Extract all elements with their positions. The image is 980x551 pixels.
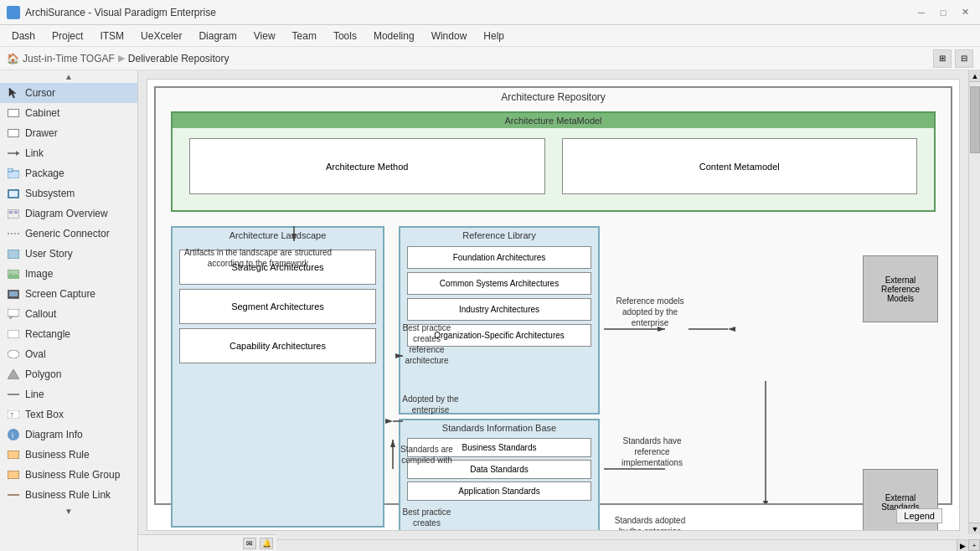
breadcrumb-current: Deliverable Repository <box>128 53 230 64</box>
scroll-thumb[interactable] <box>970 86 980 153</box>
line-icon <box>7 388 20 401</box>
menu-diagram[interactable]: Diagram <box>190 25 245 46</box>
menu-uexceler[interactable]: UeXceler <box>132 25 190 46</box>
notification-button[interactable]: 🔔 <box>260 538 273 549</box>
ref-lib-item-1[interactable]: Common Systems Architectures <box>407 272 591 295</box>
svg-rect-6 <box>9 211 13 214</box>
tool-business-rule-link[interactable]: Business Rule Link <box>0 485 137 505</box>
method-box[interactable]: Architecture Method <box>189 138 545 194</box>
menu-project[interactable]: Project <box>44 25 91 46</box>
menu-team[interactable]: Team <box>284 25 325 46</box>
drawer-icon <box>7 126 20 140</box>
tool-cabinet[interactable]: Cabinet <box>0 103 137 123</box>
scroll-up-arrow[interactable]: ▲ <box>0 70 137 83</box>
svg-text:i: i <box>12 431 13 440</box>
tool-generic-connector-label: Generic Connector <box>25 228 110 239</box>
tool-business-rule-group[interactable]: Business Rule Group <box>0 465 137 485</box>
menu-itsm[interactable]: ITSM <box>91 25 132 46</box>
minimize-button[interactable]: ─ <box>913 4 930 21</box>
tool-polygon[interactable]: Polygon <box>0 364 137 384</box>
view-icon-1[interactable]: ⊞ <box>933 49 952 68</box>
content-box[interactable]: Content Metamodel <box>562 138 918 194</box>
tool-line[interactable]: Line <box>0 384 137 404</box>
svg-marker-18 <box>8 369 19 379</box>
tool-diagram-overview[interactable]: Diagram Overview <box>0 203 137 224</box>
tool-polygon-label: Polygon <box>25 368 61 380</box>
ext-ref-models-box[interactable]: External Reference Models <box>863 255 938 322</box>
scroll-up-button[interactable]: ▲ <box>969 70 980 82</box>
tool-user-story[interactable]: User Story <box>0 244 137 264</box>
legend-button[interactable]: Legend <box>896 508 942 523</box>
tool-business-rule-label: Business Rule <box>25 449 90 461</box>
svg-marker-1 <box>16 151 19 156</box>
menu-tools[interactable]: Tools <box>325 25 365 46</box>
link-icon <box>7 147 20 160</box>
svg-rect-16 <box>8 330 19 338</box>
svg-point-22 <box>8 429 19 440</box>
breadcrumb-jit[interactable]: Just-in-Time TOGAF <box>23 53 115 64</box>
svg-rect-14 <box>8 309 19 317</box>
title-bar: ArchiSurance - Visual Paradigm Enterpris… <box>0 0 980 25</box>
tool-rectangle-label: Rectangle <box>25 328 70 340</box>
tool-callout[interactable]: Callout <box>0 304 137 324</box>
package-icon <box>7 167 20 180</box>
menu-view[interactable]: View <box>245 25 284 46</box>
tool-diagram-info-label: Diagram Info <box>25 429 83 440</box>
tool-drawer-label: Drawer <box>25 127 58 139</box>
maximize-button[interactable]: □ <box>935 4 952 21</box>
standards-item-2[interactable]: Application Standards <box>407 481 591 501</box>
callout-icon <box>7 307 20 321</box>
left-panel: ▲ Cursor Cabinet Drawer Link Package <box>0 70 138 551</box>
tool-subsystem[interactable]: Subsystem <box>0 183 137 203</box>
scroll-down-arrow[interactable]: ▼ <box>0 505 137 518</box>
tool-image[interactable]: Image <box>0 264 137 284</box>
tool-business-rule[interactable]: Business Rule <box>0 445 137 465</box>
tool-diagram-info[interactable]: i Diagram Info <box>0 425 137 445</box>
menu-modeling[interactable]: Modeling <box>365 25 423 46</box>
landscape-title: Architecture Landscape <box>173 228 383 243</box>
view-icon-2[interactable]: ⊟ <box>955 49 973 68</box>
image-icon <box>7 267 20 281</box>
tool-line-label: Line <box>25 389 44 400</box>
tool-generic-connector[interactable]: Generic Connector <box>0 224 137 244</box>
annotation-landscape: Artifacts in the landscape are structure… <box>183 247 333 269</box>
landscape-item-2[interactable]: Capability Architectures <box>179 328 376 363</box>
scroll-down-button[interactable]: ▼ <box>969 523 980 534</box>
ref-lib-item-0[interactable]: Foundation Architectures <box>407 246 591 269</box>
scroll-track[interactable] <box>969 82 980 523</box>
menu-help[interactable]: Help <box>475 25 513 46</box>
mail-button[interactable]: ✉ <box>243 538 256 549</box>
ref-lib-item-2[interactable]: Industry Architectures <box>407 298 591 321</box>
corner-plus-button[interactable]: + <box>968 539 980 551</box>
annotation-adopted: Adopted by the enterprise <box>401 394 460 415</box>
tool-link-label: Link <box>25 147 44 159</box>
breadcrumb-home-icon: 🏠 <box>7 53 19 64</box>
svg-rect-9 <box>8 250 19 259</box>
tool-callout-label: Callout <box>25 308 56 320</box>
screen-capture-icon <box>7 287 20 301</box>
tool-link[interactable]: Link <box>0 143 137 163</box>
polygon-icon <box>7 368 20 381</box>
tool-rectangle[interactable]: Rectangle <box>0 324 137 344</box>
tool-package[interactable]: Package <box>0 163 137 183</box>
landscape-item-1[interactable]: Segment Architectures <box>179 289 376 324</box>
menu-dash[interactable]: Dash <box>3 25 44 46</box>
tool-drawer[interactable]: Drawer <box>0 123 137 143</box>
standards-title: Standards Information Base <box>400 420 598 435</box>
vertical-scrollbar[interactable]: ▲ ▼ <box>968 70 980 534</box>
scroll-right-button[interactable]: ▶ <box>957 540 968 552</box>
tool-cursor[interactable]: Cursor <box>0 83 137 103</box>
canvas-area[interactable]: Architecture Repository Architecture Met… <box>138 70 980 551</box>
tool-screen-capture[interactable]: Screen Capture <box>0 284 137 304</box>
annotation-creates-std: Best practice creates standards <box>395 507 458 531</box>
tool-text-box[interactable]: T Text Box <box>0 404 137 425</box>
tool-image-label: Image <box>25 268 53 280</box>
tool-subsystem-label: Subsystem <box>25 188 75 199</box>
svg-rect-3 <box>8 168 13 172</box>
menu-window[interactable]: Window <box>423 25 476 46</box>
svg-rect-25 <box>8 471 19 479</box>
close-button[interactable]: ✕ <box>957 4 973 21</box>
business-rule-link-icon <box>7 488 20 502</box>
tool-oval[interactable]: Oval <box>0 344 137 364</box>
outer-title: Architecture Repository <box>156 88 951 106</box>
